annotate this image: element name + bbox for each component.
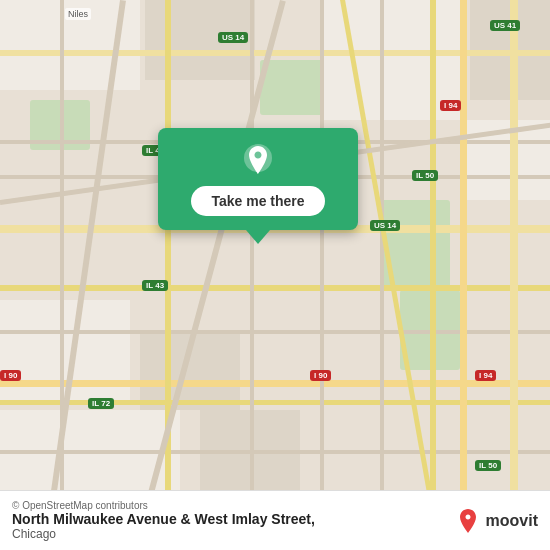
map-container[interactable]: US 14 US 41 IL 43 IL 43 US 14 IL 50 I 94… <box>0 0 550 490</box>
popup-tail <box>246 230 270 244</box>
road-minor-h4 <box>0 450 550 454</box>
label-il43-2: IL 43 <box>142 280 168 291</box>
road-i90 <box>0 380 550 387</box>
label-i94-top: I 94 <box>440 100 461 111</box>
label-i94-bot: I 94 <box>475 370 496 381</box>
label-i90-left: I 90 <box>0 370 21 381</box>
road-minor-v4 <box>250 0 254 490</box>
bottom-left-content: © OpenStreetMap contributors North Milwa… <box>12 500 444 541</box>
map-attribution: © OpenStreetMap contributors <box>12 500 444 511</box>
label-us14: US 14 <box>370 220 400 231</box>
label-i90-mid: I 90 <box>310 370 331 381</box>
road-il72 <box>0 400 550 405</box>
location-city: Chicago <box>12 527 444 541</box>
road-i94 <box>460 0 467 490</box>
label-us41: US 41 <box>490 20 520 31</box>
road-il50 <box>430 0 436 490</box>
take-me-there-button[interactable]: Take me there <box>191 186 324 216</box>
road-minor-h3 <box>0 330 550 334</box>
label-il50-bot: IL 50 <box>475 460 501 471</box>
popup-box: Take me there <box>158 128 358 230</box>
moovit-logo: moovit <box>454 507 538 535</box>
block <box>320 0 460 120</box>
label-niles: Niles <box>65 8 91 20</box>
label-il72: IL 72 <box>88 398 114 409</box>
road-h-1 <box>0 50 550 56</box>
moovit-text: moovit <box>486 512 538 530</box>
moovit-icon <box>454 507 482 535</box>
road-minor-v2 <box>320 0 324 490</box>
label-us14-top: US 14 <box>218 32 248 43</box>
bottom-bar: © OpenStreetMap contributors North Milwa… <box>0 490 550 550</box>
road-us41 <box>510 0 518 490</box>
location-pin-icon <box>240 142 276 178</box>
location-name: North Milwaukee Avenue & West Imlay Stre… <box>12 511 444 527</box>
label-il50: IL 50 <box>412 170 438 181</box>
popup: Take me there <box>158 128 358 244</box>
